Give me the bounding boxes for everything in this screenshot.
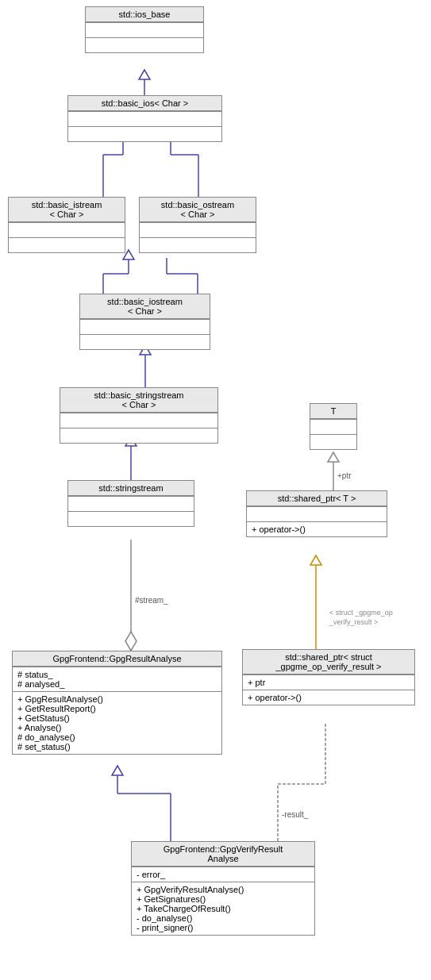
box-basic-ios-s2 — [68, 126, 221, 141]
box-gpg-verify-result-analyse-attrs: - error_ — [132, 867, 314, 882]
box-stringstream-title: std::stringstream — [68, 481, 194, 496]
box-gpg-result-analyse-title: GpgFrontend::GpgResultAnalyse — [13, 651, 221, 667]
box-shared-ptr-T-title: std::shared_ptr< T > — [247, 491, 387, 506]
box-basic-istream-title: std::basic_istream< Char > — [9, 198, 125, 222]
box-shared-ptr-gpgme-s2: + operator->() — [243, 690, 414, 705]
svg-marker-35 — [112, 766, 123, 775]
svg-text:-result_: -result_ — [282, 810, 309, 819]
box-basic-ios: std::basic_ios< Char > — [67, 95, 222, 142]
svg-text:_verify_result >: _verify_result > — [329, 618, 378, 626]
box-shared-ptr-gpgme: std::shared_ptr< struct_gpgme_op_verify_… — [242, 649, 415, 705]
box-basic-istream-s2 — [9, 237, 125, 252]
box-shared-ptr-T: std::shared_ptr< T > + operator->() — [246, 490, 387, 537]
box-gpg-verify-result-analyse: GpgFrontend::GpgVerifyResultAnalyse - er… — [131, 841, 315, 936]
box-basic-ios-title: std::basic_ios< Char > — [68, 96, 221, 111]
box-basic-iostream-s2 — [80, 334, 210, 349]
box-basic-stringstream-s1 — [60, 413, 217, 428]
box-gpg-result-analyse: GpgFrontend::GpgResultAnalyse # status_ … — [12, 651, 222, 755]
box-ios-base-s2 — [86, 37, 203, 52]
box-basic-iostream: std::basic_iostream< Char > — [79, 294, 210, 350]
box-gpg-result-analyse-methods: + GpgResultAnalyse() + GetResultReport()… — [13, 691, 221, 754]
box-ios-base-title: std::ios_base — [86, 7, 203, 22]
box-basic-ostream-s1 — [140, 222, 256, 237]
box-basic-stringstream-title: std::basic_stringstream< Char > — [60, 388, 217, 413]
box-ios-base: std::ios_base — [85, 6, 204, 53]
svg-marker-26 — [125, 632, 137, 651]
box-basic-istream-s1 — [9, 222, 125, 237]
box-basic-ostream: std::basic_ostream< Char > — [139, 197, 256, 253]
box-gpg-verify-result-analyse-title: GpgFrontend::GpgVerifyResultAnalyse — [132, 842, 314, 867]
svg-text:< struct _gpgme_op: < struct _gpgme_op — [329, 609, 393, 617]
box-basic-stringstream: std::basic_stringstream< Char > — [60, 387, 218, 444]
box-basic-iostream-s1 — [80, 319, 210, 334]
diagram-container: +ptr #stream_ < struct _gpgme_op _verify… — [0, 0, 431, 980]
svg-marker-1 — [139, 70, 150, 79]
box-basic-ostream-title: std::basic_ostream< Char > — [140, 198, 256, 222]
box-gpg-verify-result-analyse-methods: + GpgVerifyResultAnalyse() + GetSignatur… — [132, 882, 314, 935]
svg-marker-29 — [310, 555, 321, 565]
box-T: T — [310, 403, 357, 450]
svg-marker-23 — [328, 452, 339, 462]
box-T-s2 — [310, 434, 356, 449]
svg-text:+ptr: +ptr — [337, 471, 352, 480]
box-basic-ostream-s2 — [140, 237, 256, 252]
box-basic-stringstream-s2 — [60, 428, 217, 443]
box-basic-iostream-title: std::basic_iostream< Char > — [80, 294, 210, 319]
box-shared-ptr-T-s1 — [247, 506, 387, 521]
box-ios-base-s1 — [86, 22, 203, 37]
box-basic-ios-s1 — [68, 111, 221, 126]
box-stringstream-s1 — [68, 496, 194, 511]
svg-text:#stream_: #stream_ — [135, 596, 168, 605]
box-basic-istream: std::basic_istream< Char > — [8, 197, 125, 253]
box-shared-ptr-T-s2: + operator->() — [247, 521, 387, 536]
box-shared-ptr-gpgme-title: std::shared_ptr< struct_gpgme_op_verify_… — [243, 650, 414, 674]
box-stringstream-s2 — [68, 511, 194, 526]
box-stringstream: std::stringstream — [67, 480, 194, 527]
box-T-title: T — [310, 404, 356, 419]
box-shared-ptr-gpgme-s1: + ptr — [243, 674, 414, 690]
box-gpg-result-analyse-attrs: # status_ # analysed_ — [13, 667, 221, 691]
box-T-s1 — [310, 419, 356, 434]
